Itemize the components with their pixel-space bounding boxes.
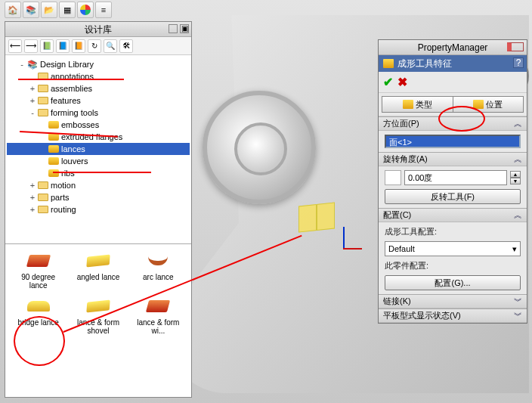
tree-item-louvers[interactable]: louvers xyxy=(7,155,190,167)
tree-item-ribs[interactable]: ribs xyxy=(7,167,190,179)
lib1-button[interactable]: 📗 xyxy=(40,39,54,53)
property-manager-title: PropertyManager xyxy=(418,42,488,53)
configure-button-label: 配置(G)... xyxy=(435,277,470,289)
section-config-header[interactable]: 配置(C) ︽ xyxy=(379,209,527,222)
feature-header: 成形工具特征 ? xyxy=(379,55,527,72)
open-button[interactable]: 📂 xyxy=(41,2,57,18)
thumb-90-degree-lance[interactable]: 90 degree lance xyxy=(10,249,66,291)
thumb-shape-icon xyxy=(144,296,172,317)
thumb-arc-lance[interactable]: arc lance xyxy=(130,249,187,291)
section-link-header[interactable]: 链接(K) ︾ xyxy=(379,295,527,308)
cancel-button[interactable]: ✖ xyxy=(397,75,407,89)
angle-input[interactable]: 0.00度 xyxy=(404,170,507,185)
thumbnail-grid[interactable]: 90 degree lanceangled lancearc lancebrid… xyxy=(5,244,191,397)
thumb-lance-form-shovel[interactable]: lance & form shovel xyxy=(70,294,126,336)
tree-item-extruded-flanges[interactable]: extruded flanges xyxy=(7,131,190,143)
tree-item-label: motion xyxy=(51,181,76,190)
confirm-row: ✔ ✖ xyxy=(379,72,527,92)
tree-item-routing[interactable]: +routing xyxy=(7,203,190,215)
lib2-button[interactable]: 📘 xyxy=(56,39,70,53)
tree-item-label: ribs xyxy=(61,169,75,178)
tree-item-Design-Library[interactable]: -📚Design Library xyxy=(7,58,190,70)
property-manager-titlebar: PropertyManager xyxy=(379,40,527,55)
folder-icon xyxy=(37,192,49,203)
section-placement-header[interactable]: 方位面(P) ︽ xyxy=(379,117,527,131)
forming-tool-icon xyxy=(48,119,60,130)
chevron-down-icon: ︾ xyxy=(514,296,522,307)
lib3-button[interactable]: 📙 xyxy=(72,39,85,53)
thumb-label: 90 degree lance xyxy=(11,273,65,290)
pm-tabs: 类型 位置 xyxy=(379,92,527,116)
config-label-2: 此零件配置: xyxy=(385,260,521,271)
section-link: 链接(K) ︾ xyxy=(379,294,527,308)
face-selection-value: 面<1> xyxy=(389,138,412,147)
design-library-titlebar: 设计库 ▣ xyxy=(5,22,191,37)
thumb-label: lance & form shovel xyxy=(71,318,125,335)
pin-icon[interactable] xyxy=(169,24,178,33)
section-flat: 平板型式显示状态(V) ︾ xyxy=(379,308,527,323)
design-library-panel: 设计库 ▣ ⟵ ⟶ 📗 📘 📙 ↻ 🔍 🛠 -📚Design Libraryan… xyxy=(5,21,192,398)
position-tab-icon xyxy=(473,100,484,109)
thumb-angled-lance[interactable]: angled lance xyxy=(70,249,126,291)
section-flat-header[interactable]: 平板型式显示状态(V) ︾ xyxy=(379,309,527,323)
chevron-up-icon: ︽ xyxy=(514,118,522,129)
design-library-title: 设计库 xyxy=(85,24,112,35)
tree-item-assemblies[interactable]: +assemblies xyxy=(7,82,190,95)
thumb-label: lance & form wi... xyxy=(131,318,185,335)
more-button[interactable]: ≡ xyxy=(95,2,112,18)
placement-header-label: 方位面(P) xyxy=(383,118,419,129)
back-button[interactable]: ⟵ xyxy=(8,39,22,53)
face-selection-box[interactable]: 面<1> xyxy=(385,135,521,148)
design-library-tree[interactable]: -📚Design Libraryannotations+assemblies+f… xyxy=(5,55,191,244)
section-rotation-header[interactable]: 旋转角度(A) ︽ xyxy=(379,153,527,166)
refresh-button[interactable]: ↻ xyxy=(88,39,101,53)
thumb-lance-form-wi-[interactable]: lance & form wi... xyxy=(130,294,187,336)
home-button[interactable]: 🏠 xyxy=(5,2,21,18)
angle-spinner[interactable]: ▲▼ xyxy=(510,171,521,184)
tree-item-features[interactable]: +features xyxy=(7,95,190,107)
tree-item-annotations[interactable]: annotations xyxy=(7,70,190,82)
thumb-label: bridge lance xyxy=(17,318,58,327)
ok-button[interactable]: ✔ xyxy=(383,75,393,89)
thumb-bridge-lance[interactable]: bridge lance xyxy=(10,294,66,336)
tree-item-label: routing xyxy=(51,205,76,214)
config-select[interactable]: Default ▾ xyxy=(385,241,521,256)
section-config: 配置(C) ︽ 成形工具配置: Default ▾ 此零件配置: 配置(G)..… xyxy=(379,208,527,294)
forming-tool-preview[interactable] xyxy=(298,202,335,232)
tab-position-label: 位置 xyxy=(486,99,503,110)
help-icon[interactable]: ? xyxy=(513,57,524,68)
forming-tool-icon xyxy=(48,132,60,142)
tree-item-embosses[interactable]: embosses xyxy=(7,119,190,131)
tree-item-label: features xyxy=(51,96,81,105)
chevron-down-icon: ︾ xyxy=(514,310,522,321)
tab-type-label: 类型 xyxy=(416,99,432,110)
search-button[interactable]: 🔍 xyxy=(104,39,117,53)
config-header-label: 配置(C) xyxy=(383,209,411,221)
tile-button[interactable]: ▦ xyxy=(59,2,76,18)
options-button[interactable]: 🛠 xyxy=(119,39,133,53)
forward-button[interactable]: ⟶ xyxy=(24,39,38,53)
close-icon[interactable]: ▣ xyxy=(180,24,189,33)
appearances-button[interactable] xyxy=(77,2,94,18)
tree-item-label: forming tools xyxy=(51,108,98,117)
reverse-tool-label: 反转工具(F) xyxy=(431,191,475,203)
tree-item-label: extruded flanges xyxy=(61,132,122,141)
thumb-label: angled lance xyxy=(77,273,120,281)
tree-item-parts[interactable]: +parts xyxy=(7,191,190,203)
origin-triad[interactable] xyxy=(332,227,355,265)
pm-glyph-icon xyxy=(507,42,524,51)
tree-item-label: parts xyxy=(51,193,69,202)
tree-item-motion[interactable]: +motion xyxy=(7,179,190,191)
tree-item-lances[interactable]: lances xyxy=(7,143,190,155)
configure-button[interactable]: 配置(G)... xyxy=(385,275,521,290)
tree-item-forming-tools[interactable]: -forming tools xyxy=(7,107,190,119)
folder-icon xyxy=(37,204,49,215)
thumb-shape-icon xyxy=(85,250,112,271)
tab-position[interactable]: 位置 xyxy=(453,96,524,113)
tab-type[interactable]: 类型 xyxy=(382,96,453,113)
thumb-shape-icon xyxy=(85,296,112,317)
reverse-tool-button[interactable]: 反转工具(F) xyxy=(385,189,521,204)
folder-icon xyxy=(37,107,49,118)
thumb-shape-icon xyxy=(144,250,172,271)
library-button[interactable]: 📚 xyxy=(23,2,39,18)
